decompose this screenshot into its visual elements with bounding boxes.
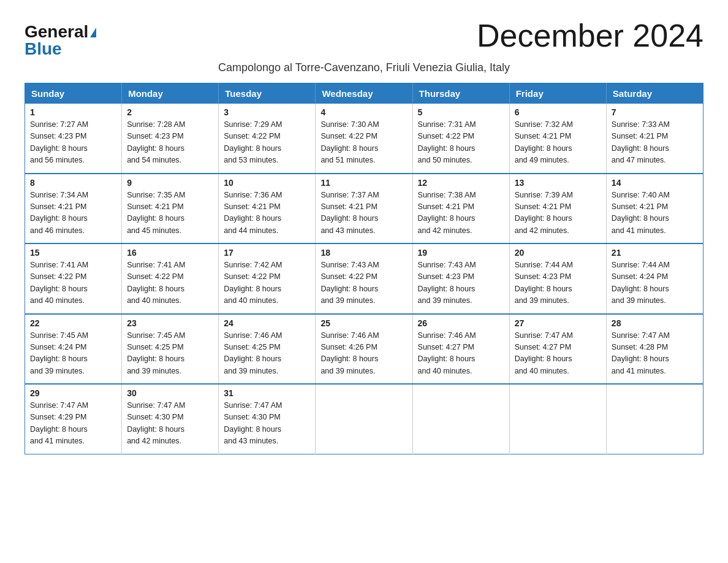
subtitle: Campolongo al Torre-Cavenzano, Friuli Ve… <box>25 61 703 74</box>
logo-triangle-icon <box>90 28 96 37</box>
day-number: 7 <box>612 107 698 117</box>
day-number: 3 <box>224 107 310 117</box>
day-info: Sunrise: 7:27 AMSunset: 4:23 PMDaylight:… <box>30 120 88 164</box>
logo-general-line: General <box>25 23 96 40</box>
table-row: 11 Sunrise: 7:37 AMSunset: 4:21 PMDaylig… <box>316 174 412 244</box>
table-row <box>509 384 606 454</box>
day-number: 10 <box>224 178 310 188</box>
col-monday: Monday <box>122 83 219 104</box>
day-info: Sunrise: 7:47 AMSunset: 4:29 PMDaylight:… <box>30 401 88 445</box>
table-row: 23 Sunrise: 7:45 AMSunset: 4:25 PMDaylig… <box>122 314 219 385</box>
day-number: 28 <box>612 318 698 328</box>
day-number: 15 <box>30 248 116 258</box>
day-number: 12 <box>418 178 504 188</box>
table-row: 20 Sunrise: 7:44 AMSunset: 4:23 PMDaylig… <box>509 243 606 314</box>
page-header: General Blue December 2024 <box>25 18 703 58</box>
day-info: Sunrise: 7:46 AMSunset: 4:27 PMDaylight:… <box>418 331 476 375</box>
table-row: 2 Sunrise: 7:28 AMSunset: 4:23 PMDayligh… <box>122 104 219 174</box>
logo-blue-text: Blue <box>25 39 62 58</box>
col-thursday: Thursday <box>412 83 509 104</box>
table-row <box>412 384 509 454</box>
calendar-week-2: 8 Sunrise: 7:34 AMSunset: 4:21 PMDayligh… <box>25 174 703 244</box>
day-number: 30 <box>127 388 213 398</box>
table-row: 28 Sunrise: 7:47 AMSunset: 4:28 PMDaylig… <box>606 314 703 385</box>
day-info: Sunrise: 7:45 AMSunset: 4:25 PMDaylight:… <box>127 331 185 375</box>
table-row: 31 Sunrise: 7:47 AMSunset: 4:30 PMDaylig… <box>219 384 316 454</box>
table-row: 30 Sunrise: 7:47 AMSunset: 4:30 PMDaylig… <box>122 384 219 454</box>
day-number: 25 <box>320 318 407 328</box>
day-info: Sunrise: 7:47 AMSunset: 4:28 PMDaylight:… <box>612 331 670 375</box>
day-info: Sunrise: 7:35 AMSunset: 4:21 PMDaylight:… <box>127 191 185 235</box>
day-info: Sunrise: 7:47 AMSunset: 4:30 PMDaylight:… <box>224 401 282 445</box>
day-info: Sunrise: 7:42 AMSunset: 4:22 PMDaylight:… <box>224 261 282 305</box>
day-number: 26 <box>418 318 504 328</box>
day-number: 20 <box>515 248 601 258</box>
day-number: 5 <box>418 107 504 117</box>
day-info: Sunrise: 7:38 AMSunset: 4:21 PMDaylight:… <box>418 191 476 235</box>
day-number: 9 <box>127 178 213 188</box>
day-info: Sunrise: 7:34 AMSunset: 4:21 PMDaylight:… <box>30 191 88 235</box>
day-number: 22 <box>30 318 116 328</box>
table-row: 27 Sunrise: 7:47 AMSunset: 4:27 PMDaylig… <box>509 314 606 385</box>
day-info: Sunrise: 7:43 AMSunset: 4:22 PMDaylight:… <box>320 261 379 305</box>
calendar-week-1: 1 Sunrise: 7:27 AMSunset: 4:23 PMDayligh… <box>25 104 703 174</box>
day-info: Sunrise: 7:44 AMSunset: 4:23 PMDaylight:… <box>515 261 573 305</box>
day-number: 19 <box>418 248 504 258</box>
day-info: Sunrise: 7:30 AMSunset: 4:22 PMDaylight:… <box>320 120 379 164</box>
table-row: 16 Sunrise: 7:41 AMSunset: 4:22 PMDaylig… <box>122 243 219 314</box>
day-info: Sunrise: 7:31 AMSunset: 4:22 PMDaylight:… <box>418 120 476 164</box>
table-row: 21 Sunrise: 7:44 AMSunset: 4:24 PMDaylig… <box>606 243 703 314</box>
logo-general-text: General <box>25 22 88 41</box>
col-wednesday: Wednesday <box>316 83 412 104</box>
day-number: 31 <box>224 388 310 398</box>
table-row: 25 Sunrise: 7:46 AMSunset: 4:26 PMDaylig… <box>316 314 412 385</box>
table-row: 26 Sunrise: 7:46 AMSunset: 4:27 PMDaylig… <box>412 314 509 385</box>
calendar-week-4: 22 Sunrise: 7:45 AMSunset: 4:24 PMDaylig… <box>25 314 703 385</box>
col-friday: Friday <box>509 83 606 104</box>
table-row: 17 Sunrise: 7:42 AMSunset: 4:22 PMDaylig… <box>219 243 316 314</box>
day-info: Sunrise: 7:47 AMSunset: 4:30 PMDaylight:… <box>127 401 185 445</box>
logo: General Blue <box>25 23 96 58</box>
table-row: 8 Sunrise: 7:34 AMSunset: 4:21 PMDayligh… <box>25 174 122 244</box>
col-saturday: Saturday <box>606 83 703 104</box>
table-row: 6 Sunrise: 7:32 AMSunset: 4:21 PMDayligh… <box>509 104 606 174</box>
day-number: 1 <box>30 107 116 117</box>
day-info: Sunrise: 7:40 AMSunset: 4:21 PMDaylight:… <box>612 191 670 235</box>
day-number: 29 <box>30 388 116 398</box>
table-row: 19 Sunrise: 7:43 AMSunset: 4:23 PMDaylig… <box>412 243 509 314</box>
table-row: 22 Sunrise: 7:45 AMSunset: 4:24 PMDaylig… <box>25 314 122 385</box>
day-info: Sunrise: 7:29 AMSunset: 4:22 PMDaylight:… <box>224 120 282 164</box>
day-number: 14 <box>612 178 698 188</box>
day-number: 17 <box>224 248 310 258</box>
day-number: 18 <box>320 248 407 258</box>
table-row: 5 Sunrise: 7:31 AMSunset: 4:22 PMDayligh… <box>412 104 509 174</box>
day-number: 2 <box>127 107 213 117</box>
day-info: Sunrise: 7:32 AMSunset: 4:21 PMDaylight:… <box>515 120 573 164</box>
day-info: Sunrise: 7:36 AMSunset: 4:21 PMDaylight:… <box>224 191 282 235</box>
day-info: Sunrise: 7:41 AMSunset: 4:22 PMDaylight:… <box>30 261 88 305</box>
day-number: 11 <box>320 178 407 188</box>
table-row: 14 Sunrise: 7:40 AMSunset: 4:21 PMDaylig… <box>606 174 703 244</box>
day-number: 23 <box>127 318 213 328</box>
day-number: 24 <box>224 318 310 328</box>
table-row <box>606 384 703 454</box>
day-info: Sunrise: 7:46 AMSunset: 4:25 PMDaylight:… <box>224 331 282 375</box>
day-info: Sunrise: 7:33 AMSunset: 4:21 PMDaylight:… <box>612 120 670 164</box>
day-info: Sunrise: 7:39 AMSunset: 4:21 PMDaylight:… <box>515 191 573 235</box>
day-info: Sunrise: 7:43 AMSunset: 4:23 PMDaylight:… <box>418 261 476 305</box>
day-number: 21 <box>612 248 698 258</box>
day-number: 27 <box>515 318 601 328</box>
calendar-week-5: 29 Sunrise: 7:47 AMSunset: 4:29 PMDaylig… <box>25 384 703 454</box>
day-number: 4 <box>320 107 407 117</box>
page-title: December 2024 <box>477 18 703 53</box>
calendar-table: Sunday Monday Tuesday Wednesday Thursday… <box>25 83 703 454</box>
table-row: 1 Sunrise: 7:27 AMSunset: 4:23 PMDayligh… <box>25 104 122 174</box>
table-row: 3 Sunrise: 7:29 AMSunset: 4:22 PMDayligh… <box>219 104 316 174</box>
day-number: 8 <box>30 178 116 188</box>
day-info: Sunrise: 7:28 AMSunset: 4:23 PMDaylight:… <box>127 120 185 164</box>
table-row: 24 Sunrise: 7:46 AMSunset: 4:25 PMDaylig… <box>219 314 316 385</box>
col-sunday: Sunday <box>25 83 122 104</box>
table-row: 12 Sunrise: 7:38 AMSunset: 4:21 PMDaylig… <box>412 174 509 244</box>
table-row: 29 Sunrise: 7:47 AMSunset: 4:29 PMDaylig… <box>25 384 122 454</box>
table-row: 15 Sunrise: 7:41 AMSunset: 4:22 PMDaylig… <box>25 243 122 314</box>
